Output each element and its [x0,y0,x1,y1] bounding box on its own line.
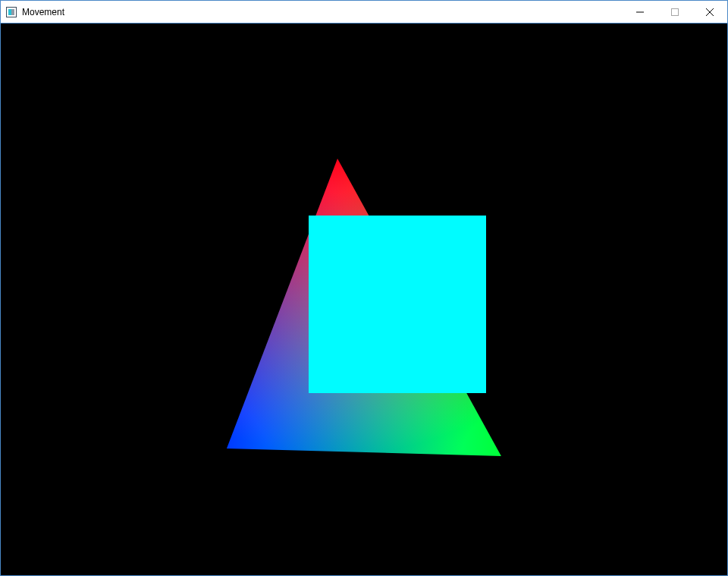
render-viewport[interactable] [1,24,727,575]
svg-rect-2 [11,9,14,15]
close-button[interactable] [692,1,727,23]
titlebar[interactable]: Movement [1,1,727,24]
cyan-square [309,216,486,393]
minimize-button[interactable] [623,1,657,23]
titlebar-controls [623,1,727,23]
scene-root [1,24,727,575]
app-icon [5,6,17,18]
minimize-icon [636,8,644,16]
window-title: Movement [22,7,64,17]
app-window: Movement [0,0,728,576]
close-icon [706,8,714,16]
maximize-icon [671,8,679,16]
svg-rect-1 [8,9,11,15]
svg-rect-4 [672,8,679,15]
svg-rect-3 [636,11,644,12]
maximize-button [657,1,692,23]
